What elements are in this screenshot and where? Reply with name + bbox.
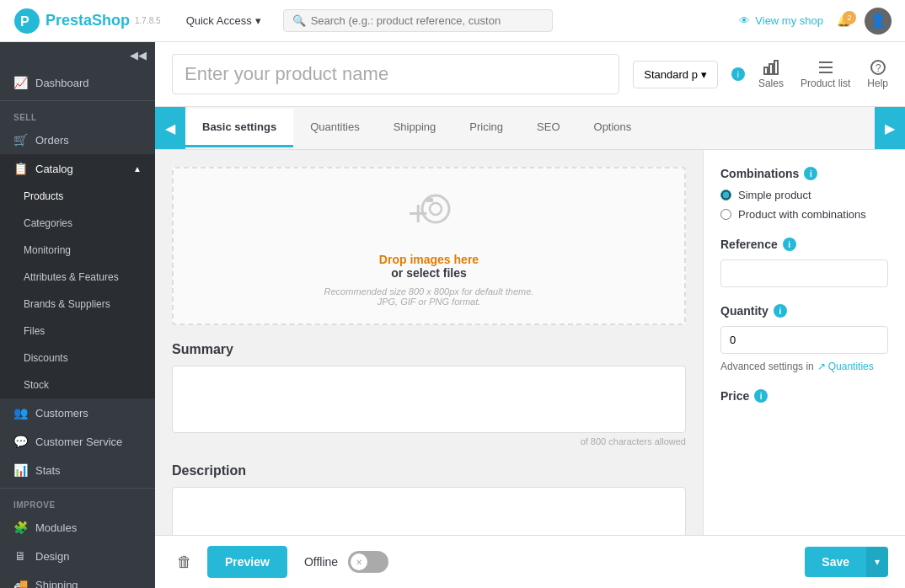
combinations-info-icon[interactable]: i bbox=[804, 167, 817, 180]
sidebar-item-orders[interactable]: 🛒 Orders bbox=[0, 126, 155, 154]
quantities-link[interactable]: ↗ Quantities bbox=[817, 361, 874, 372]
tab-quantities[interactable]: Quantities bbox=[293, 109, 377, 147]
sidebar-item-monitoring[interactable]: Monitoring bbox=[0, 237, 155, 264]
sidebar-item-products[interactable]: Products bbox=[0, 183, 155, 210]
logo-text: PrestaShop bbox=[46, 12, 130, 29]
upload-content: + Drop images here or select files bbox=[324, 185, 534, 307]
list-icon bbox=[817, 59, 834, 76]
combinations-section: Combinations i Simple product Product wi… bbox=[720, 167, 888, 221]
description-editor[interactable] bbox=[172, 487, 686, 537]
product-header: Standard p ▾ i Sales Product list bbox=[155, 42, 905, 107]
tab-shipping[interactable]: Shipping bbox=[377, 109, 453, 147]
modules-icon: 🧩 bbox=[13, 521, 27, 534]
simple-product-radio[interactable] bbox=[720, 190, 731, 200]
reference-input[interactable] bbox=[720, 259, 888, 287]
sales-button[interactable]: Sales bbox=[758, 59, 784, 89]
tab-prev-button[interactable]: ◀ bbox=[155, 107, 185, 149]
search-bar: 🔍 bbox=[283, 9, 553, 32]
preview-button[interactable]: Preview bbox=[207, 546, 287, 578]
advanced-settings-hint: Advanced settings in ↗ Quantities bbox=[720, 361, 888, 372]
product-info-icon[interactable]: i bbox=[731, 67, 745, 81]
sidebar-item-design[interactable]: 🖥 Design bbox=[0, 542, 155, 570]
toggle-track[interactable]: ✕ bbox=[348, 551, 388, 573]
customers-icon: 👥 bbox=[13, 406, 27, 420]
sidebar-item-dashboard[interactable]: 📈 Dashboard bbox=[0, 68, 155, 97]
logo-version: 1.7.8.5 bbox=[135, 16, 161, 25]
tab-basic-settings[interactable]: Basic settings bbox=[185, 109, 293, 147]
quantity-info-icon[interactable]: i bbox=[774, 304, 787, 318]
reference-title: Reference i bbox=[720, 238, 888, 251]
tab-pricing[interactable]: Pricing bbox=[452, 109, 520, 147]
quantity-input[interactable] bbox=[720, 326, 888, 354]
dashboard-icon: 📈 bbox=[13, 76, 27, 89]
sidebar-item-discounts[interactable]: Discounts bbox=[0, 345, 155, 372]
product-list-button[interactable]: Product list bbox=[801, 59, 850, 89]
delete-button[interactable]: 🗑 bbox=[172, 548, 197, 576]
quantity-section: Quantity i Advanced settings in ↗ Quanti… bbox=[720, 304, 888, 372]
reference-section: Reference i bbox=[720, 238, 888, 287]
main-area: Standard p ▾ i Sales Product list bbox=[155, 42, 905, 588]
tab-seo[interactable]: SEO bbox=[520, 109, 576, 147]
svg-rect-3 bbox=[769, 64, 773, 74]
svg-point-12 bbox=[430, 203, 442, 215]
sidebar-item-attributes-features[interactable]: Attributes & Features bbox=[0, 264, 155, 291]
summary-section: Summary of 800 characters allowed bbox=[172, 342, 686, 446]
price-info-icon[interactable]: i bbox=[754, 389, 768, 403]
tab-options[interactable]: Options bbox=[577, 109, 649, 147]
quick-access-button[interactable]: Quick Access ▾ bbox=[178, 9, 270, 32]
tabs-list: Basic settings Quantities Shipping Prici… bbox=[185, 109, 875, 147]
view-shop-button[interactable]: 👁 View my shop bbox=[739, 14, 823, 27]
external-link-icon: ↗ bbox=[817, 361, 826, 372]
combinations-title: Combinations i bbox=[720, 167, 888, 180]
summary-title: Summary bbox=[172, 342, 686, 357]
offline-toggle[interactable]: ✕ bbox=[348, 551, 388, 573]
sidebar-item-customers[interactable]: 👥 Customers bbox=[0, 398, 155, 427]
sidebar-item-stats[interactable]: 📊 Stats bbox=[0, 456, 155, 484]
notifications-button[interactable]: 🔔 2 bbox=[837, 14, 851, 27]
sidebar-item-catalog[interactable]: 📋 Catalog ▲ bbox=[0, 154, 155, 183]
search-icon: 🔍 bbox=[292, 14, 306, 27]
user-avatar[interactable]: 👤 bbox=[865, 8, 892, 35]
sidebar-item-files[interactable]: Files bbox=[0, 318, 155, 345]
save-dropdown-button[interactable]: ▾ bbox=[866, 547, 888, 577]
with-combinations-option[interactable]: Product with combinations bbox=[720, 208, 888, 221]
svg-rect-2 bbox=[764, 67, 768, 74]
content-left: + Drop images here or select files bbox=[155, 150, 703, 554]
sidebar-toggle[interactable]: ◀◀ bbox=[0, 42, 155, 68]
save-button[interactable]: Save bbox=[805, 547, 866, 577]
with-combinations-radio[interactable] bbox=[720, 209, 731, 220]
sidebar-item-categories[interactable]: Categories bbox=[0, 210, 155, 237]
summary-editor[interactable] bbox=[172, 366, 686, 433]
language-selector[interactable]: Standard p ▾ bbox=[633, 61, 718, 88]
offline-label: Offline bbox=[304, 555, 338, 569]
product-name-input[interactable] bbox=[172, 54, 619, 94]
price-section: Price i bbox=[720, 389, 888, 403]
nav-right: 👁 View my shop 🔔 2 👤 bbox=[739, 8, 892, 35]
search-input[interactable] bbox=[311, 14, 544, 27]
upload-camera-icon: + bbox=[324, 185, 534, 246]
image-upload-area[interactable]: + Drop images here or select files bbox=[172, 167, 686, 325]
reference-info-icon[interactable]: i bbox=[783, 238, 796, 251]
price-title: Price i bbox=[720, 389, 888, 403]
eye-icon: 👁 bbox=[739, 14, 750, 27]
sidebar-item-customer-service[interactable]: 💬 Customer Service bbox=[0, 427, 155, 456]
description-section: Description bbox=[172, 463, 686, 537]
logo-area: P PrestaShop 1.7.8.5 bbox=[13, 8, 161, 35]
toggle-x-icon: ✕ bbox=[356, 558, 362, 567]
sidebar-item-modules[interactable]: 🧩 Modules bbox=[0, 513, 155, 542]
help-icon: ? bbox=[870, 59, 886, 76]
sidebar-item-stock[interactable]: Stock bbox=[0, 372, 155, 398]
sidebar: ◀◀ 📈 Dashboard SELL 🛒 Orders 📋 Catalog ▲… bbox=[0, 42, 155, 588]
simple-product-option[interactable]: Simple product bbox=[720, 189, 888, 201]
tabs-bar: ◀ Basic settings Quantities Shipping Pri… bbox=[155, 107, 905, 150]
top-navbar: P PrestaShop 1.7.8.5 Quick Access ▾ 🔍 👁 … bbox=[0, 0, 905, 42]
svg-text:P: P bbox=[20, 14, 29, 29]
sidebar-item-shipping[interactable]: 🚚 Shipping bbox=[0, 570, 155, 588]
sidebar-item-brands-suppliers[interactable]: Brands & Suppliers bbox=[0, 291, 155, 318]
combinations-radio-group: Simple product Product with combinations bbox=[720, 189, 888, 221]
tab-next-button[interactable]: ▶ bbox=[875, 107, 905, 149]
chevron-down-icon: ▾ bbox=[255, 14, 261, 27]
help-button[interactable]: ? Help bbox=[867, 59, 888, 89]
sidebar-divider-improve bbox=[0, 488, 155, 489]
orders-icon: 🛒 bbox=[13, 133, 27, 147]
